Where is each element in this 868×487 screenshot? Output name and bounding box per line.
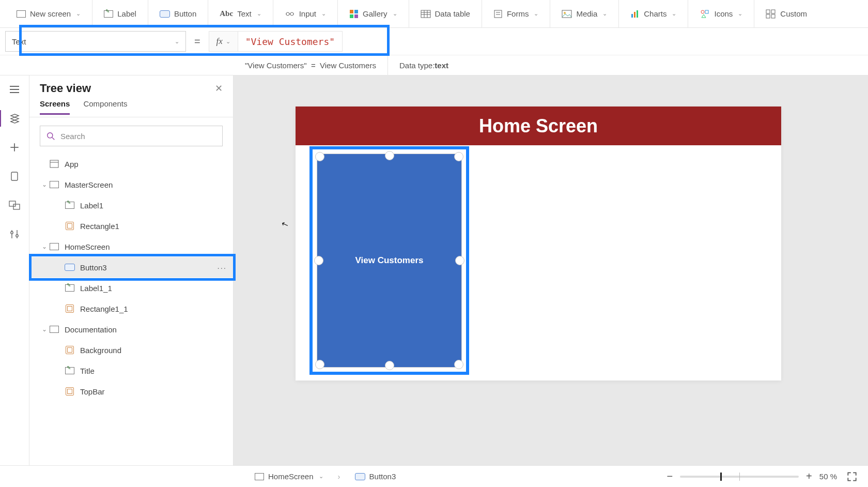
- tree-item-topbar[interactable]: TopBar: [29, 381, 233, 402]
- ribbon-table[interactable]: Data table: [421, 9, 470, 18]
- ribbon-text[interactable]: AbcText⌄: [220, 9, 261, 18]
- svg-rect-3: [350, 10, 353, 13]
- breadcrumb-separator: ›: [338, 472, 340, 481]
- ribbon-input[interactable]: Input⌄: [285, 9, 326, 18]
- chevron-down-icon: ⌄: [321, 10, 326, 17]
- chevron-down-icon[interactable]: ⌄: [40, 326, 49, 333]
- svg-rect-24: [766, 14, 770, 18]
- resize-handle[interactable]: [385, 361, 394, 370]
- tree-item-rectangle1_1[interactable]: Rectangle1_1: [29, 298, 233, 319]
- svg-point-16: [564, 12, 566, 14]
- tree-item-homescreen[interactable]: ⌄HomeScreen: [29, 236, 233, 257]
- ribbon-icons[interactable]: Icons⌄: [700, 9, 742, 19]
- resize-handle[interactable]: [455, 256, 464, 265]
- tree-item-label1_1[interactable]: Label1_1: [29, 278, 233, 298]
- resize-handle[interactable]: [315, 360, 324, 369]
- tree-item-title[interactable]: Title: [29, 360, 233, 381]
- resize-handle[interactable]: [385, 151, 394, 160]
- tree-item-rectangle1[interactable]: Rectangle1: [29, 216, 233, 236]
- hamburger-icon[interactable]: [8, 83, 21, 96]
- app-icon: [49, 159, 59, 169]
- resize-handle[interactable]: [315, 152, 324, 161]
- ribbon-media[interactable]: Media⌄: [562, 9, 607, 18]
- ribbon-screen[interactable]: New screen⌄: [17, 9, 81, 18]
- settings-nav-icon[interactable]: [8, 227, 21, 241]
- label-icon: [65, 283, 75, 293]
- left-rail: [0, 75, 29, 465]
- chevron-down-icon[interactable]: ⌄: [40, 181, 49, 188]
- ribbon-charts[interactable]: Charts⌄: [630, 9, 676, 18]
- chevron-down-icon: ⌄: [76, 10, 81, 17]
- tree-item-masterscreen[interactable]: ⌄MasterScreen: [29, 174, 233, 195]
- tree-item-label: TopBar: [80, 387, 105, 396]
- media-nav-icon[interactable]: [8, 199, 21, 212]
- fx-button[interactable]: fx ⌄: [209, 32, 238, 51]
- svg-rect-4: [354, 10, 358, 13]
- data-nav-icon[interactable]: [8, 170, 21, 183]
- ribbon-custom[interactable]: Custom: [766, 9, 807, 19]
- svg-rect-6: [354, 14, 358, 18]
- ribbon-label[interactable]: Label: [104, 9, 136, 18]
- zoom-out-button[interactable]: −: [667, 470, 673, 482]
- svg-point-34: [16, 235, 18, 237]
- tree-item-label: Title: [80, 367, 95, 375]
- chevron-down-icon[interactable]: ⌄: [40, 243, 49, 250]
- breadcrumb-control[interactable]: Button3: [351, 470, 400, 483]
- shape-icon: [65, 345, 75, 355]
- tree-search-input[interactable]: Search: [40, 126, 223, 146]
- close-icon[interactable]: ✕: [215, 83, 223, 94]
- chevron-down-icon: ⌄: [393, 10, 397, 17]
- selection-outline[interactable]: View Customers: [309, 146, 469, 375]
- resize-handle[interactable]: [454, 360, 463, 369]
- chevron-down-icon: ⌄: [672, 10, 676, 17]
- tree-item-background[interactable]: Background: [29, 340, 233, 360]
- tree-tab-components[interactable]: Components: [83, 99, 127, 115]
- tree-view-nav-icon[interactable]: [8, 112, 21, 125]
- svg-rect-19: [637, 10, 638, 18]
- chevron-down-icon: ⌄: [257, 10, 261, 17]
- resize-handle[interactable]: [454, 152, 463, 161]
- tree-item-label: Label1_1: [80, 284, 112, 293]
- svg-rect-18: [634, 12, 636, 18]
- ribbon-forms[interactable]: Forms⌄: [493, 9, 539, 19]
- svg-point-1: [286, 12, 289, 16]
- svg-line-36: [52, 138, 54, 140]
- shape-icon: [65, 386, 75, 397]
- chevron-down-icon: ⌄: [175, 38, 179, 45]
- tree-item-label: MasterScreen: [65, 180, 113, 189]
- tree-item-button3[interactable]: Button3···: [29, 257, 233, 278]
- label-icon: [65, 366, 75, 376]
- label-icon: [65, 200, 75, 210]
- tree-item-app[interactable]: App: [29, 154, 233, 174]
- svg-point-35: [48, 132, 53, 138]
- tree-item-documentation[interactable]: ⌄Documentation: [29, 319, 233, 340]
- tree-item-label: Documentation: [65, 325, 117, 334]
- resize-handle[interactable]: [314, 256, 323, 265]
- svg-point-33: [11, 232, 13, 234]
- shape-icon: [65, 303, 75, 314]
- tree-item-label: Background: [80, 346, 121, 355]
- tree-tab-screens[interactable]: Screens: [40, 99, 70, 115]
- svg-rect-29: [9, 201, 16, 206]
- property-selector[interactable]: Text ⌄: [5, 31, 186, 52]
- zoom-in-button[interactable]: +: [806, 470, 812, 482]
- property-selector-value: Text: [12, 37, 26, 46]
- tree-item-label1[interactable]: Label1: [29, 195, 233, 216]
- zoom-slider[interactable]: [680, 476, 799, 478]
- expand-icon[interactable]: [844, 469, 860, 484]
- formula-input[interactable]: "View Customers": [238, 32, 342, 51]
- insert-nav-icon[interactable]: [8, 141, 21, 154]
- selected-button[interactable]: View Customers: [317, 154, 462, 368]
- canvas[interactable]: Home Screen View Customers ↖: [234, 75, 868, 465]
- ribbon-button[interactable]: Button: [160, 9, 196, 18]
- screen-icon: [49, 324, 59, 334]
- svg-point-2: [290, 12, 293, 16]
- tree-item-label: Rectangle1: [80, 222, 119, 231]
- breadcrumb-screen[interactable]: HomeScreen⌄: [251, 470, 328, 483]
- tree-view-title: Tree view: [40, 82, 91, 95]
- ribbon-gallery[interactable]: Gallery⌄: [349, 9, 397, 19]
- formula-bar: Text ⌄ = fx ⌄ "View Customers": [0, 28, 868, 55]
- svg-rect-22: [766, 10, 770, 13]
- more-icon[interactable]: ···: [217, 263, 227, 272]
- search-icon: [47, 132, 55, 141]
